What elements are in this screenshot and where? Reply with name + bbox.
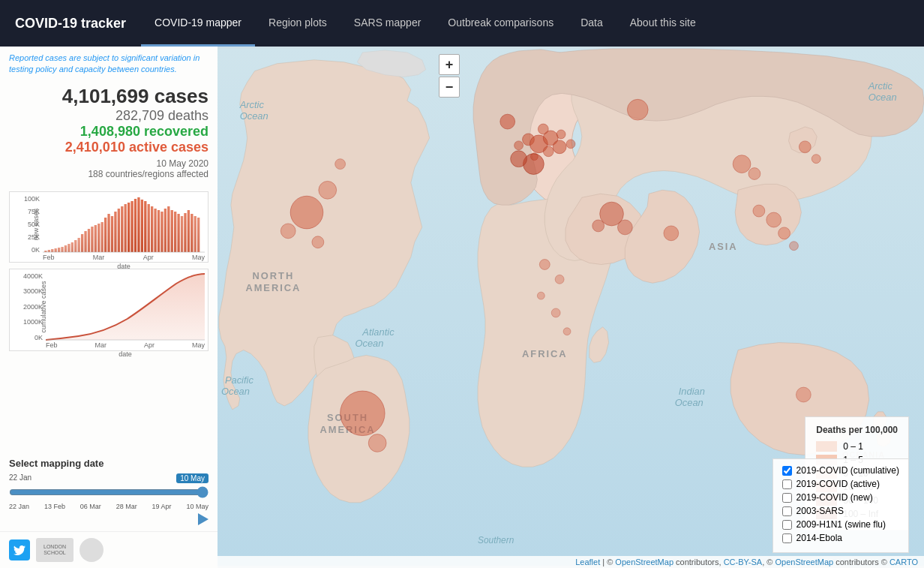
layer-checkbox-2[interactable] xyxy=(782,493,792,503)
svg-rect-32 xyxy=(151,206,153,252)
play-button-container xyxy=(9,513,208,525)
layer-checkbox-0[interactable] xyxy=(782,466,792,476)
svg-rect-43 xyxy=(188,210,190,252)
date-range-input[interactable] xyxy=(9,486,208,498)
nav-item-outbreak-comparisons[interactable]: Outbreak comparisons xyxy=(434,0,567,47)
cumulative-svg xyxy=(46,272,205,341)
layer-checkbox-label: 2019-COVID (active) xyxy=(796,479,880,489)
total-active: 2,410,010 active cases xyxy=(9,140,208,155)
layer-checkbox-item: 2003-SARS xyxy=(782,506,899,516)
layer-checkbox-5[interactable] xyxy=(782,533,792,543)
cum-x-apr: Apr xyxy=(144,341,154,349)
cumulative-y-label: cumulative cases xyxy=(40,281,47,332)
svg-point-73 xyxy=(368,434,386,452)
layer-checkbox-3[interactable] xyxy=(782,506,792,516)
layer-checkbox-label: 2014-Ebola xyxy=(796,533,842,543)
new-cases-chart: 100K 75K 50K 25K 0K new cases xyxy=(9,191,208,263)
tick-apr: 19 Apr xyxy=(152,503,172,510)
stats-panel: 4,101,699 cases 282,709 deaths 1,408,980… xyxy=(0,79,218,185)
svg-rect-3 xyxy=(55,248,57,252)
svg-rect-1 xyxy=(48,250,50,252)
svg-rect-28 xyxy=(137,197,140,252)
svg-point-72 xyxy=(340,391,385,435)
nav-item-covid-19-mapper[interactable]: COVID-19 mapper xyxy=(141,0,255,47)
svg-rect-10 xyxy=(78,238,80,252)
layer-checkbox-label: 2019-COVID (new) xyxy=(796,492,873,503)
date-end-label: 10 May xyxy=(176,473,208,483)
nav-item-data[interactable]: Data xyxy=(567,0,616,47)
layer-checkbox-item: 2009-H1N1 (swine flu) xyxy=(782,519,899,530)
legend-item: 0 – 1 xyxy=(816,441,898,452)
svg-text:Atlantic: Atlantic xyxy=(362,326,394,338)
svg-rect-27 xyxy=(134,199,136,252)
svg-rect-17 xyxy=(101,222,104,252)
svg-point-99 xyxy=(812,155,820,164)
date-slider-section: Select mapping date 22 Jan 10 May 22 Jan… xyxy=(0,450,218,531)
nav-item-region-plots[interactable]: Region plots xyxy=(255,0,340,47)
x-tick-apr: Apr xyxy=(143,254,154,261)
osm1-link[interactable]: OpenStreetMap xyxy=(615,557,674,566)
svg-point-96 xyxy=(778,227,790,239)
leaflet-link[interactable]: Leaflet xyxy=(575,557,600,566)
cum-x-may: May xyxy=(192,341,205,349)
disclaimer-text: Reported cases are subject to significan… xyxy=(0,47,218,79)
total-deaths: 282,709 deaths xyxy=(9,108,208,124)
svg-text:Indian: Indian xyxy=(679,386,705,397)
layer-checkbox-item: 2019-COVID (new) xyxy=(782,492,899,503)
layer-checkbox-label: 2003-SARS xyxy=(796,506,844,516)
slider-tick-labels: 22 Jan 13 Feb 06 Mar 28 Mar 19 Apr 10 Ma… xyxy=(9,503,208,510)
svg-point-77 xyxy=(556,130,566,139)
svg-rect-9 xyxy=(74,240,76,252)
charts-panel: 100K 75K 50K 25K 0K new cases xyxy=(0,185,218,450)
svg-rect-14 xyxy=(91,227,93,252)
wellcome-logo xyxy=(80,538,104,562)
map-controls: + − xyxy=(439,54,460,98)
play-button[interactable] xyxy=(198,513,208,525)
y-tick-100k: 100K xyxy=(24,195,40,203)
svg-point-80 xyxy=(566,140,575,149)
svg-rect-46 xyxy=(197,218,200,252)
date-start-label: 22 Jan xyxy=(9,473,32,483)
countries-count: 188 countries/regions affected xyxy=(9,169,208,179)
nav-item-sars-mapper[interactable]: SARS mapper xyxy=(340,0,434,47)
svg-rect-38 xyxy=(171,210,173,252)
svg-point-68 xyxy=(290,196,323,229)
svg-point-106 xyxy=(335,159,346,170)
nav-item-about-this-site[interactable]: About this site xyxy=(616,0,710,47)
carto-link[interactable]: CARTO xyxy=(890,557,918,566)
zoom-in-button[interactable]: + xyxy=(439,54,460,75)
map-attribution: Leaflet | © OpenStreetMap contributors, … xyxy=(218,556,924,568)
cum-x-feb: Feb xyxy=(46,341,58,349)
svg-point-97 xyxy=(790,242,799,251)
svg-rect-20 xyxy=(111,216,113,252)
svg-point-82 xyxy=(538,124,548,134)
layer-checkbox-1[interactable] xyxy=(782,479,792,489)
svg-point-70 xyxy=(280,224,296,239)
svg-point-90 xyxy=(592,220,604,232)
zoom-out-button[interactable]: − xyxy=(439,77,460,98)
svg-point-69 xyxy=(319,181,337,199)
layer-checkbox-label: 2019-COVID (cumulative) xyxy=(796,465,899,476)
svg-point-89 xyxy=(617,220,632,235)
svg-point-104 xyxy=(551,308,560,317)
svg-text:Arctic: Arctic xyxy=(868,80,893,92)
ccbysa-link[interactable]: CC-BY-SA xyxy=(724,557,763,566)
navigation: COVID-19 tracker COVID-19 mapperRegion p… xyxy=(0,0,924,47)
svg-rect-37 xyxy=(167,206,170,252)
layer-checkbox-4[interactable] xyxy=(782,520,792,530)
svg-text:Ocean: Ocean xyxy=(675,397,704,408)
layer-checkbox-label: 2009-H1N1 (swine flu) xyxy=(796,519,886,530)
osm2-link[interactable]: OpenStreetMap xyxy=(775,557,833,566)
main-layout: Reported cases are subject to significan… xyxy=(0,47,924,568)
legend-title: Deaths per 100,000 xyxy=(816,425,898,435)
cum-y-4000k: 4000K xyxy=(23,272,43,280)
twitter-link[interactable] xyxy=(9,539,30,560)
layer-checkbox-item: 2019-COVID (cumulative) xyxy=(782,465,899,476)
svg-point-93 xyxy=(664,226,679,241)
cum-x-mar: Mar xyxy=(95,341,107,349)
new-cases-svg xyxy=(43,195,205,254)
tick-jan: 22 Jan xyxy=(9,503,29,510)
sidebar-footer: LONDONSCHOOL xyxy=(0,531,218,568)
svg-rect-12 xyxy=(84,231,86,252)
nav-menu: COVID-19 mapperRegion plotsSARS mapperOu… xyxy=(141,0,710,47)
